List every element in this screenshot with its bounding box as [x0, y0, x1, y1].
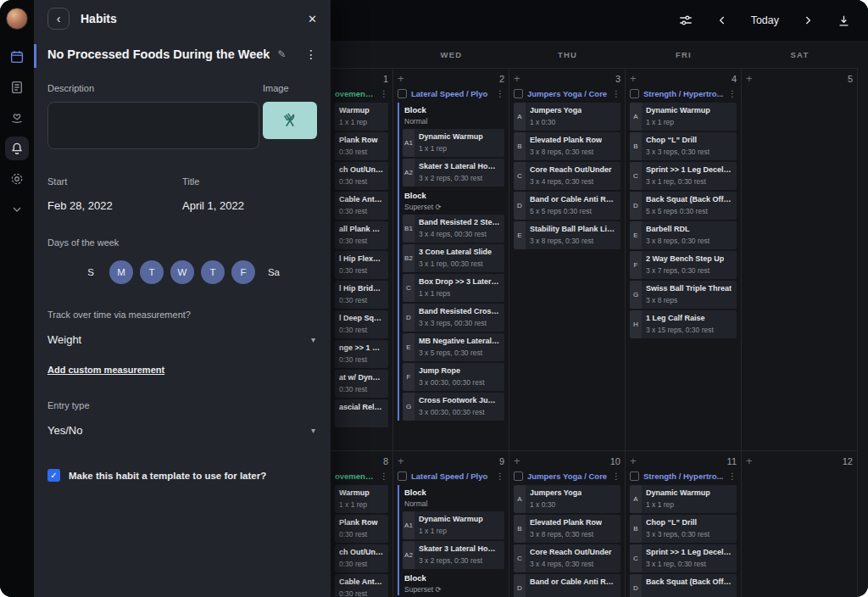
exercise-row[interactable]: CCore Reach Out/Under3 x 4 reps, 0:30 re… [514, 544, 620, 572]
exercise-row[interactable]: Plank Row0:30 rest [335, 132, 388, 160]
session-header[interactable]: ovement Q...⋮ [335, 89, 388, 98]
session-checkbox[interactable] [630, 471, 639, 481]
session-checkbox[interactable] [398, 89, 407, 98]
kebab-icon[interactable]: ⋮ [612, 472, 620, 481]
exercise-row[interactable]: AJumpers Yoga1 x 0:30 [514, 485, 620, 513]
add-entry-button[interactable]: + [746, 455, 753, 466]
notifications-icon[interactable] [5, 137, 29, 160]
session-checkbox[interactable] [514, 89, 523, 98]
collapse-icon[interactable] [5, 198, 29, 221]
chevron-left-icon[interactable] [715, 14, 729, 27]
exercise-row[interactable]: BChop “L” Drill3 x 3 reps, 0:30 rest [630, 132, 737, 160]
exercise-row[interactable]: nge >> 1 Leg St...0:30 rest [335, 340, 388, 368]
exercise-row[interactable]: at w/ Dynamic P...0:30 rest [335, 370, 388, 398]
notes-icon[interactable] [5, 75, 29, 99]
exercise-row[interactable]: EBarbell RDL3 x 8 reps, 0:30 rest [630, 221, 737, 249]
back-button[interactable]: ‹ [47, 8, 70, 30]
habit-image[interactable] [263, 102, 317, 139]
session-header[interactable]: Lateral Speed / Plyo⋮ [398, 89, 504, 98]
close-icon[interactable]: ✕ [308, 13, 317, 25]
exercise-row[interactable]: CBox Drop >> 3 Lateral H...1 x 1 reps [403, 274, 504, 302]
exercise-row[interactable]: BElevated Plank Row3 x 8 reps, 0:30 rest [514, 132, 620, 160]
exercise-row[interactable]: DBack Squat (Back Off Set)5 x 5 reps 0:3… [630, 192, 737, 220]
exercise-row[interactable]: B23 Cone Lateral Slide3 x 1 rep, 00:30 r… [403, 244, 504, 272]
session-checkbox[interactable] [630, 89, 639, 98]
add-entry-button[interactable]: + [398, 455, 404, 466]
exercise-row[interactable]: ADynamic Warmup1 x 1 rep [630, 485, 737, 513]
kebab-icon[interactable]: ⋮ [728, 472, 737, 481]
exercise-row[interactable]: A1Dynamic Warmup1 x 1 rep [403, 511, 504, 539]
kebab-icon[interactable]: ⋮ [612, 90, 620, 98]
exercise-row[interactable]: EStability Ball Plank Linear ...3 x 8 re… [514, 221, 620, 249]
exercise-row[interactable]: GCross Footwork Jump Rope3 x 00:30, 00:3… [403, 393, 504, 421]
filters-icon[interactable] [678, 13, 693, 28]
exercise-row[interactable]: all Plank Linear ...0:30 rest [335, 221, 388, 249]
add-entry-button[interactable]: + [398, 73, 404, 84]
day-chip-6-sa[interactable]: Sa [262, 260, 286, 284]
exercise-row[interactable]: ADynamic Warmup1 x 1 rep [630, 103, 737, 131]
kebab-icon[interactable]: ⋮ [496, 472, 504, 481]
exercise-row[interactable]: EMB Negative Lateral Hop...3 x 5 reps, 0… [403, 333, 504, 361]
kebab-icon[interactable]: ⋮ [496, 90, 504, 98]
template-checkbox-row[interactable]: ✓ Make this habit a template to use for … [34, 469, 331, 482]
exercise-row[interactable]: l Hip Bridge w/ ...0:30 rest [335, 281, 388, 309]
edit-icon[interactable]: ✎ [277, 48, 286, 60]
add-entry-button[interactable]: + [514, 73, 520, 84]
exercise-row[interactable]: Warmup1 x 1 rep [335, 103, 388, 131]
session-checkbox[interactable] [514, 471, 523, 481]
exercise-row[interactable]: DBack Squat (Back Off Set) [630, 574, 737, 597]
end-date[interactable]: April 1, 2022 [182, 199, 317, 212]
day-chip-4-t[interactable]: T [201, 260, 225, 284]
add-entry-button[interactable]: + [514, 455, 520, 466]
exercise-row[interactable]: DBand or Cable Anti Rotati...5 x 5 reps … [514, 192, 620, 220]
exercise-row[interactable]: Cable Anti-Rotati...0:30 rest [335, 574, 388, 597]
day-chip-0-s[interactable]: S [79, 260, 103, 284]
day-chip-5-f[interactable]: F [231, 260, 255, 284]
session-header[interactable]: Strength / Hypertro...⋮ [630, 471, 737, 481]
session-header[interactable]: Strength / Hypertro...⋮ [630, 89, 737, 98]
exercise-row[interactable]: H1 Leg Calf Raise3 x 15 reps, 0:30 rest [630, 310, 737, 338]
day-chip-3-w[interactable]: W [170, 260, 194, 284]
kebab-icon[interactable]: ⋮ [305, 47, 317, 61]
download-icon[interactable] [837, 14, 851, 28]
session-header[interactable]: Jumpers Yoga / Core⋮ [514, 471, 620, 481]
template-checkbox[interactable]: ✓ [47, 469, 60, 482]
start-date[interactable]: Feb 28, 2022 [47, 199, 182, 212]
exercise-row[interactable]: AJumpers Yoga1 x 0:30 [514, 103, 620, 131]
kebab-icon[interactable]: ⋮ [380, 90, 388, 98]
session-header[interactable]: ovement Q...⋮ [335, 471, 388, 481]
exercise-row[interactable]: FJump Rope3 x 00:30, 00:30 rest [403, 363, 504, 391]
exercise-row[interactable]: ch Out/Under0:30 rest [335, 544, 388, 572]
calendar-icon[interactable] [5, 45, 29, 69]
exercise-row[interactable]: Warmup1 x 1 rep [335, 485, 388, 513]
exercise-row[interactable]: ch Out/Under0:30 rest [335, 162, 388, 190]
settings-icon[interactable] [5, 167, 29, 191]
exercise-row[interactable]: CSprint >> 1 Leg Decelerations3 x 1 rep,… [630, 162, 737, 190]
exercise-row[interactable]: F2 Way Bench Step Up3 x 7 reps, 0:30 res… [630, 251, 737, 279]
exercise-row[interactable]: BElevated Plank Row3 x 8 reps, 0:30 rest [514, 515, 620, 543]
exercise-row[interactable]: DBand or Cable Anti Rotati... [514, 574, 620, 597]
exercise-row[interactable]: ascial Release C... [335, 399, 388, 427]
day-chip-2-t[interactable]: T [140, 260, 164, 284]
kebab-icon[interactable]: ⋮ [728, 90, 737, 98]
avatar[interactable] [6, 8, 28, 30]
day-chip-1-m[interactable]: M [109, 260, 133, 284]
add-custom-measurement-link[interactable]: Add custom measurement [47, 365, 164, 375]
exercise-row[interactable]: Plank Row0:30 rest [335, 515, 388, 543]
entry-type-select[interactable]: Yes/No ▾ [34, 424, 331, 437]
measurement-select[interactable]: Weight ▾ [34, 333, 331, 346]
exercise-row[interactable]: A1Dynamic Warmup1 x 1 rep [403, 129, 504, 157]
session-checkbox[interactable] [398, 471, 407, 481]
exercise-row[interactable]: CSprint >> 1 Leg Decelerations3 x 1 rep,… [630, 544, 737, 572]
exercise-row[interactable]: l Deep Squat Mo...0:30 rest [335, 310, 388, 338]
exercise-row[interactable]: BChop “L” Drill3 x 3 reps, 0:30 rest [630, 515, 737, 543]
exercise-row[interactable]: Cable Anti-Rotati...0:30 rest [335, 192, 388, 220]
session-header[interactable]: Lateral Speed / Plyo⋮ [398, 471, 504, 481]
exercise-row[interactable]: CCore Reach Out/Under3 x 4 reps, 0:30 re… [514, 162, 620, 190]
health-icon[interactable] [5, 106, 29, 130]
exercise-row[interactable]: l Hip Flexor Rais...0:30 rest [335, 251, 388, 279]
exercise-row[interactable]: DBand Resisted Crossover...3 x 3 reps, 0… [403, 304, 504, 332]
session-header[interactable]: Jumpers Yoga / Core⋮ [514, 89, 620, 98]
exercise-row[interactable]: GSwiss Ball Triple Threat3 x 8 reps [630, 281, 737, 309]
kebab-icon[interactable]: ⋮ [380, 472, 388, 481]
